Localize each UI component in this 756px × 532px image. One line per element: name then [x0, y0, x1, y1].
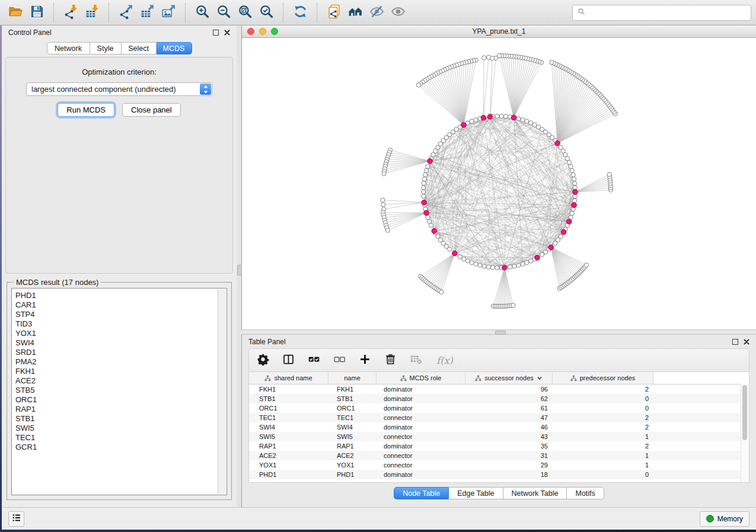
table-row[interactable]: SWI5 SWI5 connector 43 1 [249, 432, 749, 441]
network-file-button[interactable] [323, 2, 344, 23]
column-header-name[interactable]: name [328, 372, 377, 384]
mcds-result-item[interactable]: STB5 [15, 386, 217, 395]
splitter-grip[interactable] [495, 331, 506, 335]
mcds-result-item[interactable]: ORC1 [15, 395, 217, 405]
mcds-result-item[interactable]: TID3 [15, 319, 217, 329]
table-row[interactable]: ACE2 ACE2 connector 31 1 [249, 451, 749, 460]
cell-predecessor-nodes[interactable]: 2 [553, 443, 653, 450]
cell-shared-name[interactable]: SWI5 [249, 433, 328, 440]
cell-mcds-role[interactable]: dominator [377, 424, 465, 431]
cell-name[interactable]: SWI4 [328, 424, 377, 431]
cell-shared-name[interactable]: RAP1 [249, 443, 328, 450]
zoom-fit-button[interactable] [234, 2, 256, 23]
cell-predecessor-nodes[interactable]: 1 [553, 462, 653, 469]
save-session-button[interactable] [26, 2, 47, 23]
cell-predecessor-nodes[interactable]: 0 [553, 471, 653, 478]
cell-shared-name[interactable]: PHD1 [249, 471, 328, 478]
scrollbar-thumb[interactable] [742, 385, 747, 440]
table-row[interactable]: YOX1 YOX1 connector 29 1 [249, 460, 749, 470]
close-window-icon[interactable] [247, 28, 254, 35]
float-panel-icon[interactable] [732, 339, 738, 345]
run-mcds-button[interactable]: Run MCDS [58, 103, 114, 117]
mcds-result-item[interactable]: CAR1 [15, 300, 217, 310]
cell-mcds-role[interactable]: dominator [377, 443, 465, 450]
cell-predecessor-nodes[interactable]: 2 [553, 424, 653, 431]
cell-successor-nodes[interactable]: 43 [465, 433, 553, 440]
mcds-result-item[interactable]: ACE2 [15, 376, 217, 386]
mcds-result-item[interactable]: FKH1 [15, 367, 217, 376]
function-builder-button[interactable]: f(x) [433, 352, 456, 368]
cell-shared-name[interactable]: ACE2 [249, 452, 328, 459]
export-image-button[interactable] [158, 2, 179, 23]
mcds-result-item[interactable]: YOX1 [15, 329, 217, 338]
close-panel-button[interactable]: Close panel [122, 103, 181, 117]
delete-column-button[interactable] [382, 352, 398, 368]
export-table-button[interactable] [136, 2, 158, 23]
table-mode-button[interactable] [280, 352, 296, 368]
cell-successor-nodes[interactable]: 29 [465, 462, 553, 469]
cell-shared-name[interactable]: SWI4 [249, 424, 328, 431]
cell-successor-nodes[interactable]: 61 [465, 405, 553, 412]
tab-motifs[interactable]: Motifs [567, 487, 604, 499]
cell-name[interactable]: SWI5 [328, 433, 377, 440]
mcds-result-item[interactable]: RAP1 [15, 405, 217, 414]
memory-button[interactable]: Memory [700, 511, 749, 527]
cell-name[interactable]: TEC1 [328, 414, 377, 421]
export-network-button[interactable] [115, 2, 136, 23]
select-all-columns-button[interactable] [306, 352, 321, 368]
optimization-criterion-select[interactable]: largest connected component (undirected) [26, 82, 212, 96]
cell-successor-nodes[interactable]: 62 [465, 395, 553, 402]
cell-name[interactable]: RAP1 [328, 443, 377, 450]
mcds-result-item[interactable]: STP4 [15, 310, 217, 319]
network-graph-canvas[interactable] [242, 38, 756, 329]
add-column-button[interactable] [357, 352, 372, 368]
cell-successor-nodes[interactable]: 35 [465, 443, 553, 450]
column-header-shared-name[interactable]: shared name [249, 372, 328, 384]
result-list-scrollbar[interactable] [218, 289, 226, 494]
mcds-result-item[interactable]: STB1 [15, 414, 217, 424]
cell-predecessor-nodes[interactable]: 2 [553, 386, 653, 393]
cell-name[interactable]: PHD1 [328, 471, 377, 478]
cell-mcds-role[interactable]: dominator [377, 405, 465, 412]
mcds-result-item[interactable]: SRD1 [15, 348, 217, 357]
tab-edge-table[interactable]: Edge Table [449, 487, 503, 499]
mcds-result-item[interactable]: PHD1 [15, 291, 217, 300]
import-network-button[interactable] [60, 2, 81, 23]
cell-mcds-role[interactable]: connector [377, 462, 465, 469]
cell-predecessor-nodes[interactable]: 0 [553, 395, 653, 402]
cell-successor-nodes[interactable]: 46 [465, 424, 553, 431]
cell-successor-nodes[interactable]: 18 [465, 471, 553, 478]
table-settings-button[interactable] [255, 352, 270, 368]
close-panel-icon[interactable] [224, 30, 230, 36]
vertical-splitter[interactable] [237, 25, 241, 507]
refresh-layout-button[interactable] [289, 2, 311, 23]
search-field[interactable] [572, 5, 751, 21]
float-panel-icon[interactable] [213, 30, 219, 36]
table-row[interactable]: RAP1 RAP1 dominator 35 2 [249, 441, 749, 451]
maximize-window-icon[interactable] [271, 28, 278, 35]
task-history-button[interactable] [8, 511, 24, 527]
cell-shared-name[interactable]: STB1 [249, 395, 328, 402]
tab-mcds[interactable]: MCDS [157, 42, 192, 55]
home-button[interactable] [344, 2, 366, 23]
table-row[interactable]: STB1 STB1 dominator 62 0 [249, 394, 749, 403]
tab-node-table[interactable]: Node Table [394, 487, 449, 499]
network-window-titlebar[interactable]: YPA_prune.txt_1 [242, 25, 756, 38]
table-scrollbar[interactable] [741, 384, 749, 482]
minimize-window-icon[interactable] [259, 28, 266, 35]
close-panel-icon[interactable] [744, 339, 749, 345]
hide-details-button[interactable] [366, 2, 387, 23]
zoom-in-button[interactable] [192, 2, 213, 23]
tab-select[interactable]: Select [122, 42, 157, 55]
cell-predecessor-nodes[interactable]: 0 [553, 405, 653, 412]
cell-name[interactable]: ORC1 [328, 405, 377, 412]
search-input[interactable] [589, 8, 747, 17]
cell-mcds-role[interactable]: dominator [377, 471, 465, 478]
delete-table-button[interactable] [408, 352, 423, 368]
cell-name[interactable]: FKH1 [328, 386, 377, 393]
zoom-selected-button[interactable] [256, 2, 277, 23]
cell-mcds-role[interactable]: dominator [377, 395, 465, 402]
table-row[interactable]: PHD1 PHD1 dominator 18 0 [249, 470, 749, 479]
column-header-successor-nodes[interactable]: successor nodes [465, 372, 553, 384]
cell-mcds-role[interactable]: connector [377, 414, 465, 421]
